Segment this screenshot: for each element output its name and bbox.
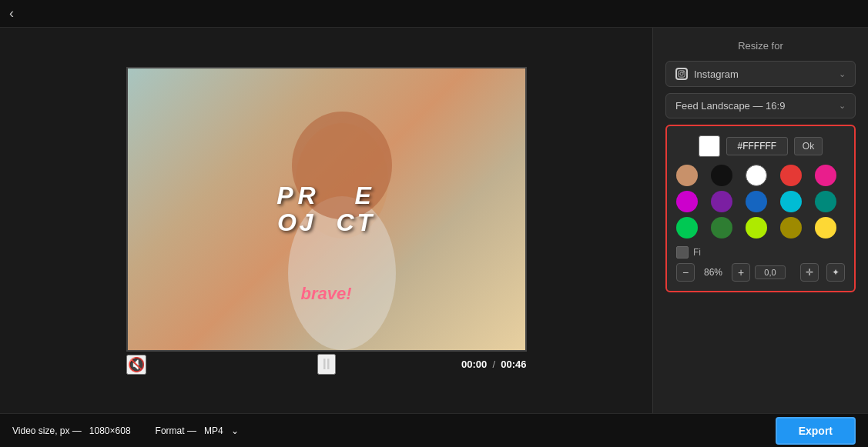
color-swatch-green1[interactable] [676, 217, 698, 239]
format-info: Format — MP4 ⌄ [156, 425, 239, 436]
format-value: MP4 [204, 425, 223, 436]
project-text-overlay: PR E OJ CT [128, 182, 525, 235]
color-swatch-pink[interactable] [815, 165, 836, 186]
video-size-label: Video size, px — [12, 425, 82, 436]
format-label-bottom: Format — [156, 425, 196, 436]
color-swatch-purple[interactable] [711, 191, 732, 212]
bottom-info: Video size, px — 1080×608 Format — MP4 ⌄ [12, 425, 239, 436]
color-swatch-yellow[interactable] [815, 217, 836, 239]
format-label: Feed Landscape — 16:9 [675, 100, 785, 112]
svg-point-4 [680, 72, 683, 75]
format-chevron-icon-bottom[interactable]: ⌄ [231, 425, 239, 436]
video-controls-row: 🔇 ⏸ 00:00 / 00:46 [126, 355, 527, 375]
back-button[interactable]: ‹ [9, 5, 14, 22]
format-chevron-icon: ⌄ [839, 101, 846, 111]
platform-dropdown[interactable]: Instagram ⌄ [665, 61, 856, 87]
video-thumbnail: PR E OJ CT brave! [128, 68, 525, 350]
play-pause-button[interactable]: ⏸ [317, 354, 336, 375]
current-time: 00:00 [461, 359, 487, 370]
platform-chevron-icon: ⌄ [839, 69, 846, 79]
zoom-controls: − 86% + ✛ ✦ [676, 263, 845, 282]
color-swatch-black[interactable] [711, 165, 732, 186]
color-grid [676, 165, 845, 239]
time-display: 00:00 / 00:46 [461, 359, 527, 370]
transform-button[interactable]: ✦ [826, 263, 845, 282]
hex-row: Ok [676, 135, 845, 157]
color-swatch-blue[interactable] [746, 191, 767, 212]
video-size-info: Video size, px — 1080×608 [12, 425, 131, 436]
color-swatch-green2[interactable] [711, 217, 732, 239]
main-content: PR E OJ CT brave! 🔇 ⏸ 00:00 / 00:46 Resi… [0, 28, 868, 413]
top-bar: ‹ [0, 0, 868, 28]
color-swatch-magenta[interactable] [676, 191, 698, 212]
fill-row: Fi [676, 246, 845, 259]
brave-text-overlay: brave! [300, 284, 351, 304]
color-swatch-lime[interactable] [746, 217, 767, 239]
format-dropdown[interactable]: Feed Landscape — 16:9 ⌄ [665, 93, 856, 118]
svg-rect-3 [679, 71, 685, 77]
color-swatch-olive[interactable] [780, 217, 802, 239]
video-panel: PR E OJ CT brave! 🔇 ⏸ 00:00 / 00:46 [0, 28, 652, 413]
zoom-out-button[interactable]: − [676, 263, 695, 282]
video-preview: PR E OJ CT brave! [126, 67, 527, 352]
fill-label: Fi [693, 247, 701, 258]
instagram-icon [675, 68, 688, 80]
color-swatch-skin[interactable] [676, 165, 698, 186]
white-color-swatch[interactable] [699, 135, 720, 157]
color-swatch-red[interactable] [780, 165, 802, 186]
right-panel: Resize for Instagram ⌄ Feed Landscape — … [652, 28, 868, 413]
color-swatch-teal[interactable] [815, 191, 836, 212]
color-swatch-white2[interactable] [746, 165, 767, 186]
coordinates-input[interactable] [755, 265, 786, 279]
hex-input[interactable] [726, 137, 788, 155]
zoom-in-button[interactable]: + [732, 263, 750, 282]
move-button[interactable]: ✛ [800, 263, 819, 282]
total-duration: 00:46 [501, 359, 526, 370]
zoom-percent: 86% [699, 267, 727, 278]
bottom-bar: Video size, px — 1080×608 Format — MP4 ⌄… [0, 413, 868, 447]
video-size-value: 1080×608 [89, 425, 131, 436]
color-picker-panel: Ok [665, 125, 856, 292]
platform-label: Instagram [694, 68, 739, 80]
export-button[interactable]: Export [776, 417, 856, 445]
mute-button[interactable]: 🔇 [126, 355, 146, 375]
svg-point-5 [683, 72, 684, 72]
color-swatch-cyan[interactable] [780, 191, 802, 212]
resize-label: Resize for [665, 40, 856, 52]
ok-button[interactable]: Ok [794, 137, 823, 155]
fill-checkbox[interactable] [676, 246, 689, 259]
